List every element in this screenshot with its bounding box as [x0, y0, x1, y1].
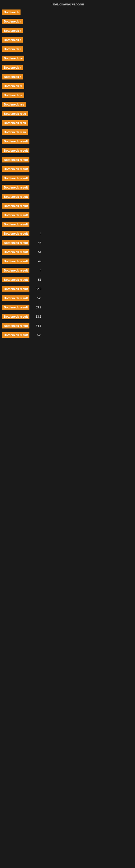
table-row: Bottleneck r — [0, 35, 135, 44]
bottleneck-value: 48 — [31, 241, 41, 244]
site-title: TheBottlenecker.com — [0, 0, 135, 7]
table-row: Bottleneck r — [0, 63, 135, 72]
table-row: Bottleneck result — [0, 137, 135, 146]
bottleneck-value: 52. — [31, 297, 41, 300]
table-row: Bottleneck — [0, 8, 135, 17]
table-row: Bottleneck result — [0, 192, 135, 201]
bottleneck-label: Bottleneck r — [2, 19, 23, 24]
bottleneck-label: Bottleneck r — [2, 74, 23, 80]
bottleneck-label: Bottleneck result — [2, 249, 30, 255]
table-row: Bottleneck result52. — [0, 294, 135, 303]
table-row: Bottleneck result — [0, 155, 135, 164]
table-row: Bottleneck result — [0, 220, 135, 229]
table-row: Bottleneck result51 — [0, 275, 135, 284]
bottleneck-value: 52. — [31, 333, 41, 337]
bottleneck-label: Bottleneck result — [2, 222, 30, 227]
table-row: Bottleneck result — [0, 146, 135, 155]
bottleneck-label: Bottleneck result — [2, 203, 30, 209]
table-row: Bottleneck result — [0, 183, 135, 192]
bottleneck-value: 51 — [31, 250, 41, 254]
table-row: Bottleneck r — [0, 45, 135, 54]
table-row: Bottleneck result51 — [0, 248, 135, 256]
table-row: Bottleneck resu — [0, 109, 135, 118]
bottleneck-label: Bottleneck result — [2, 323, 30, 329]
bottleneck-label: Bottleneck resu — [2, 111, 28, 116]
bottleneck-label: Bottleneck result — [2, 332, 30, 338]
table-row: Bottleneck result — [0, 211, 135, 219]
table-row: Bottleneck result48 — [0, 239, 135, 247]
table-row: Bottleneck result49 — [0, 257, 135, 266]
table-row: Bottleneck r — [0, 72, 135, 81]
bottleneck-label: Bottleneck re — [2, 56, 24, 61]
bottleneck-label: Bottleneck result — [2, 277, 30, 282]
bottleneck-label: Bottleneck result — [2, 212, 30, 218]
bottleneck-label: Bottleneck result — [2, 240, 30, 246]
bottleneck-label: Bottleneck result — [2, 194, 30, 199]
table-row: Bottleneck result — [0, 165, 135, 173]
bottleneck-label: Bottleneck result — [2, 157, 30, 162]
table-row: Bottleneck result52.9 — [0, 284, 135, 293]
table-row: Bottleneck res — [0, 100, 135, 109]
bottleneck-label: Bottleneck r — [2, 37, 23, 42]
table-row: Bottleneck result54.1 — [0, 321, 135, 330]
bottleneck-label: Bottleneck r — [2, 65, 23, 70]
bottleneck-value: 4 — [31, 269, 41, 272]
bottleneck-label: Bottleneck result — [2, 314, 30, 319]
bottleneck-value: 52.9 — [31, 287, 41, 290]
table-row: Bottleneck result — [0, 202, 135, 210]
bottleneck-label: Bottleneck result — [2, 296, 30, 301]
bottleneck-label: Bottleneck resu — [2, 129, 28, 135]
bottleneck-label: Bottleneck result — [2, 176, 30, 181]
bottleneck-label: Bottleneck result — [2, 305, 30, 310]
table-row: Bottleneck r — [0, 26, 135, 35]
bottleneck-label: Bottleneck result — [2, 166, 30, 172]
bottleneck-label: Bottleneck result — [2, 185, 30, 190]
bottleneck-label: Bottleneck res — [2, 102, 26, 107]
bottleneck-label: Bottleneck result — [2, 138, 30, 144]
bottleneck-value: 4 — [31, 232, 41, 235]
table-row: Bottleneck r — [0, 17, 135, 26]
bottleneck-label: Bottleneck r — [2, 46, 23, 52]
table-row: Bottleneck resu — [0, 119, 135, 127]
table-row: Bottleneck result — [0, 174, 135, 183]
table-row: Bottleneck result4 — [0, 229, 135, 238]
bottleneck-value: 49 — [31, 259, 41, 263]
table-row: Bottleneck resu — [0, 128, 135, 136]
bottleneck-label: Bottleneck re — [2, 93, 24, 98]
table-row: Bottleneck result4 — [0, 266, 135, 275]
bottleneck-label: Bottleneck — [2, 9, 20, 15]
bottleneck-label: Bottleneck result — [2, 268, 30, 273]
bottleneck-label: Bottleneck re — [2, 83, 24, 89]
bottleneck-label: Bottleneck result — [2, 258, 30, 264]
table-row: Bottleneck result52. — [0, 331, 135, 339]
table-row: Bottleneck result53.2 — [0, 303, 135, 312]
bottleneck-value: 53.2 — [31, 306, 41, 309]
bottleneck-label: Bottleneck result — [2, 286, 30, 291]
bottleneck-label: Bottleneck result — [2, 231, 30, 236]
bottleneck-label: Bottleneck r — [2, 28, 23, 33]
table-row: Bottleneck result53.6 — [0, 312, 135, 321]
bottleneck-value: 54.1 — [31, 324, 41, 328]
bottleneck-value: 53.6 — [31, 315, 41, 318]
table-row: Bottleneck re — [0, 91, 135, 99]
bottleneck-label: Bottleneck resu — [2, 120, 28, 126]
bottleneck-label: Bottleneck result — [2, 148, 30, 153]
table-row: Bottleneck re — [0, 54, 135, 63]
bottleneck-value: 51 — [31, 278, 41, 281]
table-row: Bottleneck re — [0, 82, 135, 90]
